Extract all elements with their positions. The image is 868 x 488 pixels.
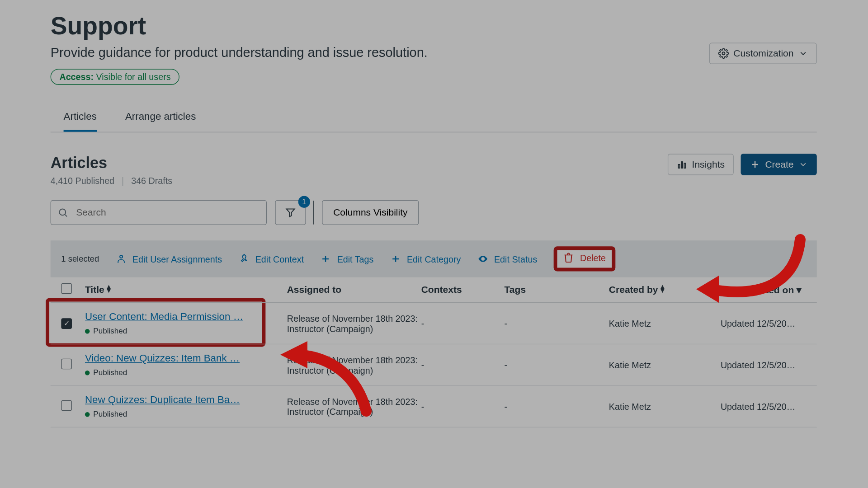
create-button[interactable]: Create <box>741 154 817 175</box>
plus-icon <box>390 253 401 264</box>
article-status: Published <box>85 410 287 419</box>
status-dot-icon <box>85 412 90 417</box>
columns-visibility-button[interactable]: Columns Visibility <box>322 200 419 225</box>
row-checkbox[interactable] <box>61 400 72 411</box>
column-created[interactable]: Created by▲▼ <box>609 284 721 295</box>
row-tags: - <box>505 360 609 370</box>
row-updated: Updated 12/5/20… <box>721 360 806 370</box>
chevron-down-icon <box>798 160 808 169</box>
plus-icon <box>321 253 331 264</box>
status-dot-icon <box>85 371 90 375</box>
table-header: Title▲▼ Assigned to Contexts Tags Create… <box>51 277 817 303</box>
bar-chart-icon <box>676 159 687 170</box>
svg-point-6 <box>59 209 66 216</box>
status-dot-icon <box>85 329 90 334</box>
row-contexts: - <box>421 401 505 411</box>
trash-icon <box>563 252 574 263</box>
tabs: Articles Arrange articles <box>51 106 817 132</box>
search-icon <box>57 207 68 218</box>
user-icon <box>116 253 127 264</box>
row-contexts: - <box>421 360 505 370</box>
row-assigned: Release of November 18th 2023: Instructo… <box>287 355 421 375</box>
column-assigned: Assigned to <box>287 284 421 295</box>
row-updated: Updated 12/5/20… <box>721 401 806 411</box>
insights-button[interactable]: Insights <box>668 154 734 175</box>
filter-icon <box>285 207 296 218</box>
published-count: 4,410 Published <box>51 176 114 186</box>
row-updated: Updated 12/5/20… <box>721 318 806 328</box>
sort-down-icon: ▾ <box>797 285 802 295</box>
column-tags: Tags <box>505 284 609 295</box>
sort-icon: ▲▼ <box>105 285 112 292</box>
section-title: Articles <box>51 154 172 172</box>
filter-button[interactable]: 1 <box>275 200 306 225</box>
row-checkbox[interactable] <box>61 359 72 370</box>
page-subtitle: Provide guidance for product understandi… <box>51 45 817 61</box>
page-title: Support <box>51 12 817 40</box>
edit-category-action[interactable]: Edit Category <box>390 253 461 264</box>
article-status: Published <box>85 327 287 336</box>
action-label: Edit Category <box>407 254 461 264</box>
access-value: Visible for all users <box>96 72 170 82</box>
edit-context-action[interactable]: Edit Context <box>239 253 304 264</box>
article-title-link[interactable]: Video: New Quizzes: Item Bank … <box>85 353 245 365</box>
row-assigned: Release of November 18th 2023: Instructo… <box>287 313 421 333</box>
row-tags: - <box>505 401 609 411</box>
column-contexts: Contexts <box>421 284 505 295</box>
bulk-selected-count: 1 selected <box>61 254 99 263</box>
row-contexts: - <box>421 318 505 328</box>
table-row: Video: New Quizzes: Item Bank … Publishe… <box>51 344 817 386</box>
row-created: Katie Metz <box>609 360 721 370</box>
action-label: Edit User Assignments <box>132 254 222 264</box>
customization-button[interactable]: Customization <box>709 43 816 64</box>
edit-status-action[interactable]: Edit Status <box>477 253 537 264</box>
select-all-checkbox[interactable] <box>61 283 72 294</box>
insights-label: Insights <box>692 159 725 170</box>
action-label: Edit Context <box>255 254 304 264</box>
svg-point-9 <box>120 255 123 258</box>
tab-arrange-articles[interactable]: Arrange articles <box>125 106 196 132</box>
bulk-action-bar: 1 selected Edit User Assignments Edit Co… <box>51 240 817 277</box>
article-title-link[interactable]: New Quizzes: Duplicate Item Ba… <box>85 394 245 406</box>
tab-articles[interactable]: Articles <box>64 106 97 132</box>
row-assigned: Release of November 18th 2023: Instructo… <box>287 396 421 417</box>
pin-icon <box>239 253 250 264</box>
action-label: Edit Status <box>494 254 537 264</box>
row-checkbox[interactable]: ✓ <box>61 318 72 329</box>
column-updated[interactable]: Last updated on ▾ <box>721 284 806 296</box>
sort-icon: ▲▼ <box>659 285 665 292</box>
access-label: Access: <box>59 72 94 82</box>
edit-tags-action[interactable]: Edit Tags <box>321 253 374 264</box>
row-tags: - <box>505 318 609 328</box>
svg-rect-1 <box>678 164 679 168</box>
table-row: New Quizzes: Duplicate Item Ba… Publishe… <box>51 386 817 427</box>
action-label: Edit Tags <box>337 254 374 264</box>
separator <box>313 201 313 225</box>
create-label: Create <box>765 159 793 170</box>
table-row: ✓ User Content: Media Permission … Publi… <box>51 303 817 344</box>
article-counts: 4,410 Published | 346 Drafts <box>51 176 172 186</box>
plus-icon <box>750 159 760 170</box>
svg-line-7 <box>65 215 67 216</box>
filter-count-badge: 1 <box>298 196 310 208</box>
svg-rect-3 <box>684 163 685 168</box>
column-title[interactable]: Title▲▼ <box>85 284 287 295</box>
customization-label: Customization <box>733 48 793 59</box>
row-created: Katie Metz <box>609 401 721 411</box>
gear-icon <box>718 48 729 59</box>
search-input[interactable] <box>51 200 267 225</box>
article-title-link[interactable]: User Content: Media Permission … <box>85 311 245 323</box>
chevron-down-icon <box>798 49 808 58</box>
drafts-count: 346 Drafts <box>131 176 172 186</box>
action-label: Delete <box>580 253 606 263</box>
svg-marker-8 <box>287 209 295 217</box>
delete-action[interactable]: Delete <box>563 252 606 263</box>
svg-point-14 <box>482 258 484 260</box>
access-badge: Access: Visible for all users <box>51 69 180 84</box>
eye-icon <box>477 253 488 264</box>
edit-user-assignments-action[interactable]: Edit User Assignments <box>116 253 222 264</box>
article-status: Published <box>85 368 287 377</box>
svg-point-0 <box>722 52 725 55</box>
delete-highlight-box: Delete <box>554 246 615 271</box>
row-created: Katie Metz <box>609 318 721 328</box>
